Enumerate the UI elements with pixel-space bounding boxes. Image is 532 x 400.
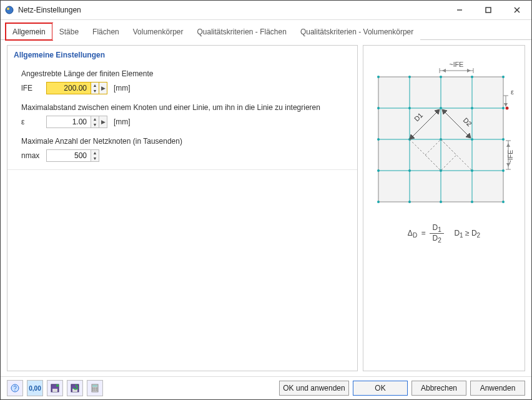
tab-staebe[interactable]: Stäbe	[52, 23, 86, 40]
svg-point-26	[471, 107, 473, 109]
svg-point-28	[377, 138, 380, 141]
ok-apply-button[interactable]: OK und anwenden	[279, 381, 349, 396]
left-spacer	[7, 169, 357, 371]
diagram-eps-label: ε	[511, 88, 514, 96]
svg-point-18	[377, 76, 380, 78]
dialog-body: Allgemeine Einstellungen Angestrebte Län…	[1, 40, 531, 376]
svg-point-21	[471, 76, 473, 78]
svg-point-43	[506, 107, 509, 110]
eps-caption: Maximalabstand zwischen einem Knoten und…	[7, 97, 357, 113]
svg-rect-74	[92, 389, 94, 391]
calculator-button[interactable]	[87, 380, 103, 396]
svg-rect-73	[96, 388, 97, 389]
svg-point-24	[408, 107, 411, 109]
apply-button[interactable]: Anwenden	[470, 381, 525, 396]
nmax-label: nmax	[21, 151, 40, 160]
diagram-right-label: ~lFE	[506, 150, 514, 164]
lfe-label: lFE	[21, 84, 40, 92]
nmax-caption: Maximale Anzahl der Netzknoten (in Tause…	[7, 131, 357, 147]
minimize-button[interactable]	[445, 1, 474, 19]
eps-label: ε	[21, 118, 40, 126]
eps-play-icon[interactable]: ▶	[99, 116, 107, 128]
nmax-input[interactable]: 500 ▲▼	[46, 149, 99, 162]
eps-input[interactable]: 1.00 ▲▼ ▶	[46, 116, 107, 128]
tab-flaechen[interactable]: Flächen	[86, 23, 126, 40]
lfe-value[interactable]: 200.00	[47, 82, 91, 94]
lfe-unit: [mm]	[114, 84, 131, 92]
tab-allgemein[interactable]: Allgemein	[6, 23, 52, 40]
lfe-spinner[interactable]: ▲▼	[91, 82, 99, 94]
svg-point-23	[377, 107, 380, 109]
eps-row: ε 1.00 ▲▼ ▶ [mm]	[7, 113, 357, 131]
maximize-button[interactable]	[474, 1, 503, 19]
reset-button[interactable]	[67, 380, 83, 396]
nmax-value[interactable]: 500	[47, 150, 91, 161]
lfe-row: lFE 200.00 ▲▼ ▶ [mm]	[7, 79, 357, 97]
svg-point-33	[377, 169, 380, 172]
svg-rect-70	[92, 385, 97, 387]
svg-marker-10	[467, 69, 471, 72]
tab-quality-solids[interactable]: Qualitätskriterien - Volumenkörper	[293, 23, 420, 40]
svg-marker-45	[504, 103, 508, 107]
svg-point-65	[56, 384, 59, 387]
svg-point-39	[408, 201, 411, 203]
svg-rect-64	[52, 389, 57, 392]
svg-point-38	[377, 201, 380, 203]
eps-value[interactable]: 1.00	[47, 116, 91, 128]
svg-point-20	[440, 76, 442, 78]
eps-unit: [mm]	[114, 118, 131, 126]
svg-rect-72	[94, 388, 96, 389]
save-button[interactable]	[47, 380, 63, 396]
tab-volumenkoerper[interactable]: Volumenkörper	[126, 23, 190, 40]
svg-rect-3	[486, 8, 491, 12]
svg-marker-9	[442, 69, 446, 72]
svg-point-27	[502, 107, 505, 109]
tab-strip: Allgemein Stäbe Flächen Volumenkörper Qu…	[1, 20, 531, 40]
formula: ΔD = D1 D2 D1 ≥ D2	[372, 223, 516, 244]
svg-marker-50	[506, 143, 510, 147]
window-title: Netz-Einstellungen	[18, 6, 445, 14]
svg-point-42	[502, 201, 505, 203]
help-button[interactable]: ?	[7, 380, 23, 396]
svg-point-40	[440, 201, 442, 203]
close-button[interactable]	[503, 1, 531, 19]
ok-button[interactable]: OK	[353, 381, 408, 396]
preview-panel: ~lFE	[363, 45, 525, 371]
svg-rect-76	[96, 389, 97, 391]
window-buttons	[445, 1, 531, 19]
svg-point-0	[6, 6, 13, 14]
dialog-footer: ? 0,00 OK und anwenden OK Abbrechen Anwe…	[1, 376, 531, 399]
svg-point-32	[502, 138, 505, 141]
lfe-play-icon[interactable]: ▶	[99, 82, 107, 94]
svg-point-19	[408, 76, 411, 78]
svg-point-41	[471, 201, 473, 203]
lfe-input[interactable]: 200.00 ▲▼ ▶	[46, 82, 107, 94]
svg-point-1	[7, 8, 9, 10]
svg-rect-75	[94, 389, 96, 391]
lfe-caption: Angestrebte Länge der finiten Elemente	[7, 63, 357, 79]
svg-rect-71	[92, 388, 94, 389]
diagram-top-label: ~lFE	[450, 61, 464, 68]
dialog-window: Netz-Einstellungen Allgemein Stäbe Fläch…	[0, 0, 532, 400]
cancel-button[interactable]: Abbrechen	[411, 381, 466, 396]
svg-text:?: ?	[13, 385, 17, 392]
section-heading: Allgemeine Einstellungen	[7, 46, 357, 63]
eps-spinner[interactable]: ▲▼	[91, 116, 99, 128]
title-bar: Netz-Einstellungen	[1, 1, 531, 20]
app-icon	[4, 5, 14, 15]
svg-point-34	[408, 169, 411, 172]
nmax-spinner[interactable]: ▲▼	[91, 150, 99, 161]
tab-quality-areas[interactable]: Qualitätskriterien - Flächen	[190, 23, 293, 40]
svg-point-37	[502, 169, 505, 172]
mesh-diagram: ~lFE	[372, 58, 516, 244]
svg-point-22	[502, 76, 505, 78]
svg-marker-51	[506, 163, 510, 167]
settings-panel: Allgemeine Einstellungen Angestrebte Län…	[7, 45, 358, 371]
units-button[interactable]: 0,00	[27, 380, 43, 396]
nmax-row: nmax 500 ▲▼	[7, 147, 357, 164]
